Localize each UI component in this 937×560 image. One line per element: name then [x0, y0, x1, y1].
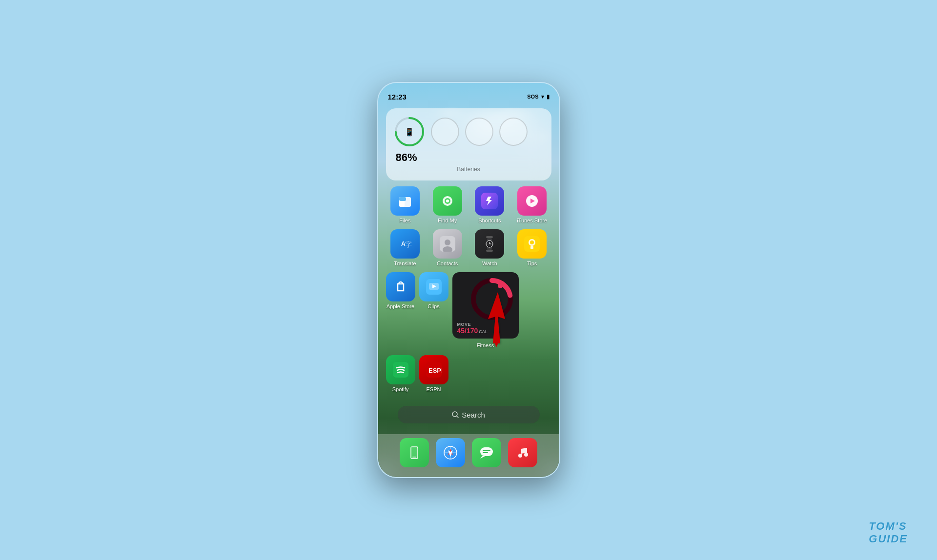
battery-widget: 📱 86% Batteries: [386, 108, 551, 180]
app-shortcuts[interactable]: Shortcuts: [470, 186, 509, 223]
app-tips[interactable]: Tips: [513, 229, 551, 266]
empty-circle-1: [431, 118, 459, 146]
watermark-suffix: guide: [869, 533, 908, 545]
svg-rect-44: [483, 450, 490, 451]
app-apple-store[interactable]: Apple Store: [386, 272, 415, 309]
clips-label: Clips: [428, 303, 439, 309]
app-row-1: Files Find My: [386, 186, 551, 223]
app-itunes[interactable]: iTunes Store: [513, 186, 551, 223]
search-bar-container: Search: [378, 406, 559, 428]
shortcuts-icon: [475, 186, 504, 216]
watch-label: Watch: [482, 260, 497, 266]
contacts-icon: [433, 229, 462, 259]
files-icon: [390, 186, 420, 216]
spotify-label: Spotify: [392, 386, 409, 392]
app-watch[interactable]: Watch: [470, 229, 509, 266]
svg-point-29: [498, 283, 503, 288]
svg-marker-43: [480, 456, 485, 459]
shortcuts-label: Shortcuts: [478, 218, 501, 223]
app-clips[interactable]: Clips: [419, 272, 448, 309]
batteries-label: Batteries: [394, 166, 544, 173]
svg-text:ESPN: ESPN: [428, 367, 442, 374]
battery-circles: 📱: [394, 116, 544, 147]
phone-frame: 12:23 SOS ▾ ▮ 📱: [377, 82, 560, 478]
app-row-2: A 字 Translate Contacts: [386, 229, 551, 266]
home-screen-content: 📱 86% Batteries Files: [378, 104, 559, 392]
phone-battery-circle: 📱: [394, 116, 425, 147]
empty-circle-3: [499, 118, 528, 146]
fitness-unit: CAL: [479, 329, 488, 334]
wifi-icon: ▾: [541, 94, 544, 100]
svg-rect-36: [412, 457, 416, 458]
svg-rect-16: [486, 236, 493, 238]
itunes-icon: [517, 186, 547, 216]
status-bar: 12:23 SOS ▾ ▮: [378, 83, 559, 104]
svg-rect-45: [483, 452, 488, 453]
dock-music[interactable]: [508, 438, 537, 467]
apple-store-icon: [386, 272, 415, 301]
search-icon: [452, 411, 459, 418]
app-spotify[interactable]: Spotify: [386, 355, 415, 392]
watch-icon: [475, 229, 504, 259]
dock: [378, 434, 559, 477]
search-label: Search: [462, 411, 485, 419]
espn-icon: ESPN: [419, 355, 448, 384]
fitness-move-label: MOVE: [457, 322, 471, 327]
svg-text:字: 字: [405, 240, 412, 248]
status-icons: SOS ▾ ▮: [527, 94, 549, 100]
svg-rect-4: [399, 197, 406, 201]
search-bar[interactable]: Search: [398, 406, 540, 423]
svg-rect-17: [486, 250, 493, 252]
fitness-label-container: Fitness: [452, 340, 519, 349]
svg-point-13: [445, 240, 450, 245]
files-label: Files: [399, 218, 410, 223]
svg-point-46: [518, 454, 522, 458]
fitness-cal-row: 45/170 CAL: [457, 327, 488, 335]
app-row-3: Apple Store Clips: [386, 272, 551, 349]
contacts-label: Contacts: [437, 260, 458, 266]
empty-circle-2: [465, 118, 493, 146]
svg-rect-22: [530, 246, 533, 249]
svg-line-35: [457, 416, 458, 418]
dock-phone[interactable]: [400, 438, 429, 467]
clips-icon: [419, 272, 448, 301]
fitness-widget: MOVE 45/170 CAL: [452, 272, 519, 339]
tips-icon: [517, 229, 547, 259]
status-time: 12:23: [388, 93, 407, 101]
svg-point-7: [446, 200, 449, 202]
svg-point-23: [530, 240, 534, 244]
watermark-brand: tom's: [869, 520, 908, 533]
spotify-icon: [386, 355, 415, 384]
fitness-label: Fitness: [477, 342, 494, 348]
espn-label: ESPN: [427, 386, 441, 392]
app-files[interactable]: Files: [386, 186, 425, 223]
fitness-calories: 45/170: [457, 327, 478, 335]
dock-safari[interactable]: [436, 438, 465, 467]
app-row-4: Spotify ESPN ESPN: [386, 355, 551, 392]
itunes-label: iTunes Store: [517, 218, 547, 223]
app-espn[interactable]: ESPN ESPN: [419, 355, 448, 392]
apple-store-label: Apple Store: [387, 303, 414, 309]
app-contacts[interactable]: Contacts: [428, 229, 467, 266]
fitness-widget-container[interactable]: MOVE 45/170 CAL Fitness: [452, 272, 519, 349]
tips-label: Tips: [527, 260, 537, 266]
battery-icon-status: ▮: [547, 94, 550, 100]
app-findmy[interactable]: Find My: [428, 186, 467, 223]
watermark: tom's guide: [869, 520, 908, 545]
findmy-label: Find My: [438, 218, 457, 223]
findmy-icon: [433, 186, 462, 216]
dock-messages[interactable]: [472, 438, 501, 467]
battery-percent: 86%: [396, 151, 544, 164]
translate-icon: A 字: [390, 229, 420, 259]
app-translate[interactable]: A 字 Translate: [386, 229, 425, 266]
svg-point-47: [524, 453, 528, 457]
translate-label: Translate: [394, 260, 416, 266]
svg-rect-42: [480, 447, 493, 456]
sos-indicator: SOS: [527, 94, 538, 100]
fitness-ring: [470, 277, 514, 323]
